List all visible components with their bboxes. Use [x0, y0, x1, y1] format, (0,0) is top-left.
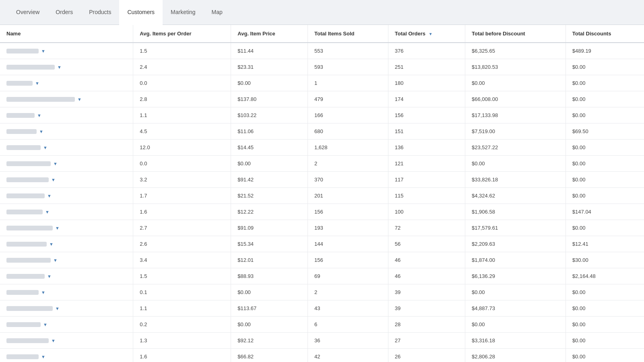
cell-avg_items: 1.1 [133, 300, 231, 317]
table-row: ▼ 1.3$92.123627$3,316.18$0.00 [0, 333, 644, 349]
cell-total_discounts: $0.00 [566, 317, 644, 333]
cell-avg_price: $91.09 [231, 220, 308, 236]
cell-total_before_discount: $2,209.63 [465, 236, 566, 252]
name-cell: ▼ [0, 236, 133, 252]
filter-icon[interactable]: ▼ [51, 177, 56, 182]
table-row: ▼ 2.7$91.0919372$17,579.61$0.00 [0, 220, 644, 236]
filter-icon[interactable]: ▼ [57, 65, 62, 70]
cell-total_before_discount: $66,008.00 [465, 91, 566, 107]
cell-total_before_discount: $13,820.53 [465, 59, 566, 75]
cell-avg_items: 2.8 [133, 91, 231, 107]
filter-icon[interactable]: ▼ [49, 242, 54, 247]
tab-orders[interactable]: Orders [47, 0, 81, 25]
table-row: ▼ 1.6$66.824226$2,806.28$0.00 [0, 349, 644, 362]
cell-total_items: 69 [308, 268, 388, 284]
cell-total_discounts: $0.00 [566, 75, 644, 91]
cell-total_items: 193 [308, 220, 388, 236]
name-cell: ▼ [0, 75, 133, 91]
filter-icon[interactable]: ▼ [43, 322, 47, 327]
cell-avg_items: 4.5 [133, 123, 231, 140]
cell-total_items: 144 [308, 236, 388, 252]
cell-total_items: 1,628 [308, 140, 388, 156]
cell-total_items: 36 [308, 333, 388, 349]
tab-products[interactable]: Products [81, 0, 119, 25]
name-cell: ▼ [0, 268, 133, 284]
cell-avg_price: $92.12 [231, 333, 308, 349]
table-row: ▼ 2.4$23.31593251$13,820.53$0.00 [0, 59, 644, 75]
cell-avg_price: $23.31 [231, 59, 308, 75]
col-header-total-discounts: Total Discounts [566, 25, 644, 43]
filter-icon[interactable]: ▼ [51, 338, 56, 343]
cell-avg_price: $0.00 [231, 317, 308, 333]
name-cell: ▼ [0, 43, 133, 59]
filter-icon[interactable]: ▼ [41, 354, 45, 359]
cell-total_orders: 46 [388, 268, 465, 284]
name-cell: ▼ [0, 300, 133, 317]
name-cell: ▼ [0, 123, 133, 140]
filter-icon[interactable]: ▼ [55, 226, 60, 230]
filter-icon[interactable]: ▼ [47, 274, 52, 279]
cell-avg_price: $0.00 [231, 284, 308, 300]
filter-icon[interactable]: ▼ [47, 193, 52, 198]
col-header-avg-items: Avg. Items per Order [133, 25, 231, 43]
tab-bar: Overview Orders Products Customers Marke… [0, 0, 644, 25]
filter-icon[interactable]: ▼ [35, 81, 39, 86]
cell-total_discounts: $0.00 [566, 349, 644, 362]
table-row: ▼ 2.6$15.3414456$2,209.63$12.41 [0, 236, 644, 252]
cell-total_orders: 376 [388, 43, 465, 59]
filter-icon[interactable]: ▼ [39, 129, 43, 134]
cell-total_orders: 100 [388, 204, 465, 220]
table-row: ▼ 0.2$0.00628$0.00$0.00 [0, 317, 644, 333]
filter-icon[interactable]: ▼ [53, 258, 58, 263]
filter-icon[interactable]: ▼ [77, 97, 82, 102]
cell-total_discounts: $0.00 [566, 188, 644, 204]
cell-total_discounts: $69.50 [566, 123, 644, 140]
col-header-total-orders[interactable]: Total Orders ▼ [388, 25, 465, 43]
table-row: ▼ 1.5$11.44553376$6,325.65$489.19 [0, 43, 644, 59]
cell-avg_price: $11.44 [231, 43, 308, 59]
filter-icon[interactable]: ▼ [55, 306, 60, 311]
name-cell: ▼ [0, 252, 133, 268]
cell-total_before_discount: $4,887.73 [465, 300, 566, 317]
table-row: ▼ 2.8$137.80479174$66,008.00$0.00 [0, 91, 644, 107]
cell-total_before_discount: $0.00 [465, 317, 566, 333]
cell-avg_price: $137.80 [231, 91, 308, 107]
cell-total_before_discount: $33,826.18 [465, 172, 566, 188]
name-cell: ▼ [0, 140, 133, 156]
tab-overview[interactable]: Overview [8, 0, 47, 25]
filter-icon[interactable]: ▼ [41, 290, 45, 295]
filter-icon[interactable]: ▼ [41, 49, 45, 53]
tab-marketing[interactable]: Marketing [163, 0, 203, 25]
cell-total_orders: 115 [388, 188, 465, 204]
name-cell: ▼ [0, 156, 133, 172]
col-header-name: Name [0, 25, 133, 43]
name-cell: ▼ [0, 284, 133, 300]
tab-map[interactable]: Map [204, 0, 231, 25]
cell-total_discounts: $0.00 [566, 91, 644, 107]
cell-total_items: 156 [308, 252, 388, 268]
cell-total_discounts: $0.00 [566, 220, 644, 236]
name-cell: ▼ [0, 349, 133, 362]
filter-icon[interactable]: ▼ [37, 113, 41, 118]
cell-total_discounts: $0.00 [566, 140, 644, 156]
table-row: ▼ 12.0$14.451,628136$23,527.22$0.00 [0, 140, 644, 156]
tab-customers[interactable]: Customers [119, 0, 163, 25]
customers-table: Name Avg. Items per Order Avg. Item Pric… [0, 25, 644, 362]
name-cell: ▼ [0, 172, 133, 188]
filter-icon[interactable]: ▼ [45, 210, 50, 214]
cell-total_discounts: $30.00 [566, 252, 644, 268]
cell-avg_price: $103.22 [231, 107, 308, 123]
cell-total_items: 43 [308, 300, 388, 317]
table-row: ▼ 1.1$103.22166156$17,133.98$0.00 [0, 107, 644, 123]
cell-total_orders: 117 [388, 172, 465, 188]
cell-total_items: 2 [308, 156, 388, 172]
filter-icon[interactable]: ▼ [53, 161, 58, 166]
cell-avg_price: $0.00 [231, 75, 308, 91]
cell-total_items: 680 [308, 123, 388, 140]
filter-icon[interactable]: ▼ [43, 145, 47, 150]
cell-total_before_discount: $7,519.00 [465, 123, 566, 140]
cell-total_items: 166 [308, 107, 388, 123]
cell-total_items: 479 [308, 91, 388, 107]
cell-total_orders: 136 [388, 140, 465, 156]
cell-total_discounts: $0.00 [566, 156, 644, 172]
